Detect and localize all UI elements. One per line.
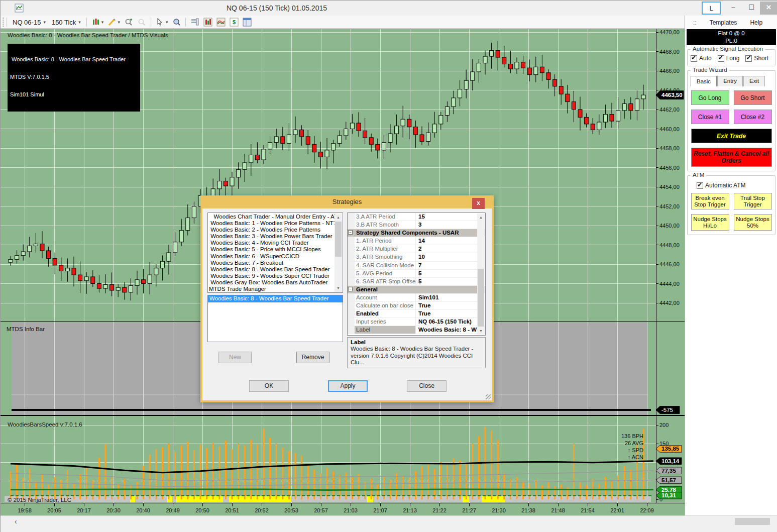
break-even-stop-trigger-button[interactable]: Break even Stop Trigger bbox=[691, 193, 729, 209]
strategy-list-item[interactable]: Woodies Gray Box: Woodies Bars AutoTrade… bbox=[209, 279, 335, 286]
menu-templates[interactable]: Templates bbox=[710, 19, 737, 26]
property-row[interactable]: 3.A ATR Period15 bbox=[348, 213, 478, 221]
property-value[interactable]: 10 bbox=[416, 253, 478, 261]
data-series-button[interactable] bbox=[201, 17, 214, 28]
property-value[interactable]: 3 bbox=[416, 221, 478, 229]
go-short-button[interactable]: Go Short bbox=[734, 90, 772, 105]
instrument-selector[interactable]: NQ 06-15 ▾ bbox=[10, 18, 49, 27]
zoom-in-button[interactable] bbox=[122, 17, 135, 28]
menu-grip[interactable]: :: bbox=[693, 19, 697, 26]
property-row[interactable]: 5. AVG Period5 bbox=[348, 270, 478, 278]
property-value[interactable]: 15 bbox=[416, 213, 478, 221]
strategy-list[interactable]: ▲ ▼ Woodies Chart Trader - Manual Order … bbox=[207, 212, 343, 293]
property-row[interactable]: 4. SAR Collision Mode7 bbox=[348, 262, 478, 270]
strategy-list-item[interactable]: Woodies Basic: 6 - WSuperCCICD bbox=[209, 253, 335, 260]
drawing-tools-button[interactable]: ▾ bbox=[105, 17, 122, 28]
close-button[interactable]: ✕ bbox=[760, 2, 777, 15]
exit-trade-button[interactable]: Exit Trade bbox=[691, 129, 772, 143]
trail-stop-trigger-button[interactable]: Trail Stop Trigger bbox=[734, 193, 772, 209]
reset-flatten-button[interactable]: Reset, Flatten & Cancel all Orders bbox=[691, 148, 772, 167]
nudge-stops-50--button[interactable]: Nudge Stops 50% bbox=[734, 214, 772, 231]
list-scrollbar[interactable]: ▲ ▼ bbox=[335, 214, 342, 292]
go-long-button[interactable]: Go Long bbox=[691, 90, 729, 105]
property-category[interactable]: −Strategy Shared Components - USAR bbox=[348, 229, 478, 237]
scroll-down-icon[interactable]: ▼ bbox=[477, 327, 485, 335]
property-value[interactable]: True bbox=[416, 302, 478, 309]
nudge-stops-hi-lo-button[interactable]: Nudge Stops Hi/Lo bbox=[691, 214, 729, 231]
strategy-list-item[interactable]: Woodies Basic: 4 - Moving CCI Trader bbox=[209, 240, 335, 246]
properties-button[interactable] bbox=[241, 17, 254, 28]
property-grid[interactable]: ▲ ▼ 3.A ATR Period153.B ATR Smooth3−Stra… bbox=[347, 212, 486, 336]
property-value[interactable]: True bbox=[416, 310, 478, 317]
collapse-icon[interactable]: − bbox=[348, 230, 353, 235]
property-row[interactable]: 2. ATR Multiplier2 bbox=[348, 245, 478, 253]
configured-strategies-list[interactable]: Woodies Basic: 8 - Woodies Bar Speed Tra… bbox=[207, 295, 343, 342]
strategy-list-item[interactable]: Woodies Basic: 8 - Woodies Bar Speed Tra… bbox=[209, 266, 335, 273]
property-value[interactable]: Sim101 bbox=[416, 294, 478, 301]
toolbar-grip[interactable] bbox=[3, 18, 4, 27]
region-zoom-button[interactable] bbox=[170, 17, 183, 28]
link-button[interactable]: L bbox=[702, 2, 721, 15]
tab-basic[interactable]: Basic bbox=[691, 76, 717, 86]
interval-selector[interactable]: 150 Tick ▾ bbox=[49, 18, 84, 27]
propgrid-scrollbar[interactable]: ▲ ▼ bbox=[477, 214, 485, 335]
collapse-icon[interactable]: − bbox=[348, 287, 353, 291]
scrollbar-thumb[interactable] bbox=[735, 518, 770, 525]
selected-strategy-item[interactable]: Woodies Basic: 8 - Woodies Bar Speed Tra… bbox=[208, 295, 343, 302]
property-row[interactable]: LabelWoodies Basic: 8 - W bbox=[348, 326, 478, 334]
property-value[interactable]: 2 bbox=[416, 245, 478, 253]
chart-trader-button[interactable] bbox=[188, 17, 201, 28]
property-row[interactable]: Calculate on bar closeTrue bbox=[348, 302, 478, 310]
menu-help[interactable]: Help bbox=[750, 19, 762, 26]
indicators-button[interactable] bbox=[214, 17, 228, 28]
property-value[interactable]: Woodies Basic: 8 - W bbox=[416, 326, 478, 334]
close-2-button[interactable]: Close #2 bbox=[734, 110, 772, 124]
property-value[interactable]: NQ 06-15 (150 Tick) bbox=[416, 318, 478, 326]
cursor-mode-button[interactable]: ▾ bbox=[154, 17, 170, 28]
scrollbar-thumb[interactable] bbox=[335, 222, 342, 257]
property-row[interactable]: 1. ATR Period14 bbox=[348, 237, 478, 245]
ok-button[interactable]: OK bbox=[249, 380, 289, 392]
property-row[interactable]: Input seriesNQ 06-15 (150 Tick) bbox=[348, 318, 478, 326]
strategy-list-item[interactable]: Woodies Basic: 5 - Price with MCCI Slope… bbox=[209, 246, 335, 253]
new-button[interactable]: New bbox=[218, 352, 252, 363]
horizontal-scrollbar[interactable]: ‹ bbox=[1, 515, 777, 532]
property-row[interactable]: 3. ATR Smoothing10 bbox=[348, 253, 478, 261]
dialog-title[interactable]: Strategies bbox=[200, 195, 494, 208]
property-row[interactable]: 3.B ATR Smooth3 bbox=[348, 221, 478, 229]
scroll-up-icon[interactable]: ▲ bbox=[335, 214, 342, 221]
property-value[interactable]: 5 bbox=[416, 278, 478, 285]
chart-style-button[interactable]: ▾ bbox=[89, 17, 106, 28]
strategy-list-item[interactable]: Woodies Basic: 9 - Woodies Super CCI Tra… bbox=[209, 273, 335, 279]
remove-button[interactable]: Remove bbox=[296, 352, 329, 363]
scroll-left-arrow-icon[interactable]: ‹ bbox=[15, 517, 17, 525]
strategy-list-item[interactable]: MTDS Trade Manager bbox=[209, 286, 335, 292]
account-button[interactable]: $ bbox=[228, 17, 241, 28]
property-category[interactable]: −General bbox=[348, 286, 478, 294]
scroll-down-icon[interactable]: ▼ bbox=[335, 284, 342, 292]
property-row[interactable]: 6. SAR ATR Stop Offse5 bbox=[348, 278, 478, 286]
tab-entry[interactable]: Entry bbox=[717, 76, 743, 86]
maximize-button[interactable]: ☐ bbox=[743, 2, 760, 15]
property-row[interactable]: EnabledTrue bbox=[348, 310, 478, 318]
scrollbar-thumb[interactable] bbox=[478, 269, 484, 327]
apply-button[interactable]: Apply bbox=[328, 380, 368, 392]
signal-checkbox-auto[interactable]: ✔Auto bbox=[691, 55, 712, 62]
close-1-button[interactable]: Close #1 bbox=[691, 110, 729, 124]
tab-exit[interactable]: Exit bbox=[743, 76, 765, 86]
scroll-up-icon[interactable]: ▲ bbox=[477, 214, 485, 221]
dialog-close-action-button[interactable]: Close bbox=[407, 380, 447, 392]
strategy-list-item[interactable]: Woodies Basic: 1 - Woodies Price Pattern… bbox=[209, 220, 335, 227]
property-value[interactable]: 7 bbox=[416, 262, 478, 269]
minimize-button[interactable]: – bbox=[725, 2, 742, 15]
strategy-list-item[interactable]: Woodies Chart Trader - Manual Order Entr… bbox=[209, 214, 335, 220]
property-value[interactable]: 14 bbox=[416, 237, 478, 245]
property-row[interactable]: AccountSim101 bbox=[348, 294, 478, 302]
automatic-atm-checkbox[interactable]: ✔ Automatic ATM bbox=[697, 182, 772, 189]
zoom-out-button[interactable] bbox=[135, 17, 148, 28]
dialog-close-button[interactable]: x bbox=[472, 198, 485, 209]
strategy-list-item[interactable]: Woodies Basic: 3 - Woodies Power Bars Tr… bbox=[209, 233, 335, 240]
signal-checkbox-short[interactable]: ✔Short bbox=[745, 55, 768, 62]
signal-checkbox-long[interactable]: ✔Long bbox=[718, 55, 740, 62]
resize-grip[interactable] bbox=[486, 394, 491, 399]
